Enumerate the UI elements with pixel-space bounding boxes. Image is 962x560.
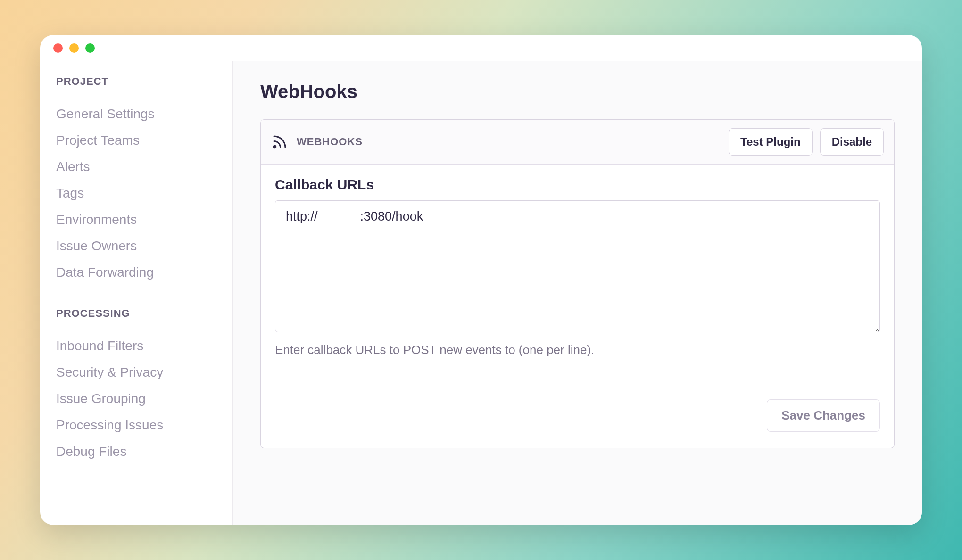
callback-urls-input[interactable] <box>275 200 880 332</box>
webhooks-panel: WEBHOOKS Test Plugin Disable Callback UR… <box>260 119 895 448</box>
panel-footer: Save Changes <box>275 383 880 432</box>
sidebar-item-general-settings[interactable]: General Settings <box>56 101 216 127</box>
window-minimize-button[interactable] <box>69 43 79 53</box>
sidebar-item-tags[interactable]: Tags <box>56 180 216 206</box>
panel-body: Callback URLs Enter callback URLs to POS… <box>261 165 894 448</box>
panel-header-label: WEBHOOKS <box>297 136 363 148</box>
sidebar-item-processing-issues[interactable]: Processing Issues <box>56 412 216 438</box>
sidebar-section-header-project: PROJECT <box>56 75 216 88</box>
callback-urls-label: Callback URLs <box>275 177 880 193</box>
window-close-button[interactable] <box>53 43 63 53</box>
window-maximize-button[interactable] <box>85 43 95 53</box>
save-changes-button[interactable]: Save Changes <box>767 399 880 432</box>
app-window: PROJECT General Settings Project Teams A… <box>40 35 922 525</box>
sidebar-item-issue-owners[interactable]: Issue Owners <box>56 233 216 259</box>
main-content: WebHooks WEBHOOKS T <box>232 61 922 525</box>
callback-urls-help: Enter callback URLs to POST new events t… <box>275 343 880 357</box>
sidebar-item-inbound-filters[interactable]: Inbound Filters <box>56 333 216 359</box>
disable-button[interactable]: Disable <box>820 128 884 156</box>
content-row: PROJECT General Settings Project Teams A… <box>40 61 922 525</box>
sidebar-section-header-processing: PROCESSING <box>56 307 216 320</box>
sidebar: PROJECT General Settings Project Teams A… <box>40 61 232 525</box>
test-plugin-button[interactable]: Test Plugin <box>729 128 813 156</box>
sidebar-item-project-teams[interactable]: Project Teams <box>56 127 216 154</box>
sidebar-item-alerts[interactable]: Alerts <box>56 154 216 180</box>
window-titlebar <box>40 35 922 61</box>
svg-point-0 <box>274 146 276 148</box>
webhook-icon <box>271 133 288 150</box>
sidebar-item-issue-grouping[interactable]: Issue Grouping <box>56 386 216 412</box>
sidebar-item-security-privacy[interactable]: Security & Privacy <box>56 359 216 386</box>
page-title: WebHooks <box>260 81 895 102</box>
sidebar-item-data-forwarding[interactable]: Data Forwarding <box>56 259 216 286</box>
sidebar-item-environments[interactable]: Environments <box>56 206 216 233</box>
sidebar-item-debug-files[interactable]: Debug Files <box>56 438 216 465</box>
panel-header-left: WEBHOOKS <box>271 133 363 150</box>
panel-header-actions: Test Plugin Disable <box>729 128 884 156</box>
panel-header: WEBHOOKS Test Plugin Disable <box>261 120 894 165</box>
